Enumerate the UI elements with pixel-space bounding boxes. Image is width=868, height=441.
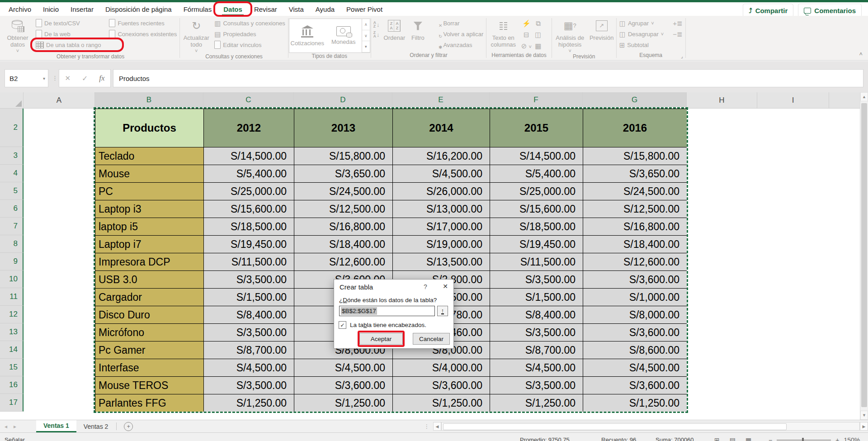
propiedades-button[interactable]: ▤ Propiedades [212, 28, 288, 39]
table-header-2014[interactable]: 2014 [393, 109, 490, 147]
product-cell[interactable]: Impresora DCP [95, 253, 204, 271]
hscroll-right-icon[interactable]: ▶ [860, 422, 868, 431]
dialog-close-icon[interactable]: ✕ [443, 283, 448, 290]
consultas-y-conexiones-button[interactable]: ▥ Consultas y conexiones [212, 18, 288, 28]
value-cell[interactable]: S/3,500.00 [490, 324, 583, 341]
column-header-D[interactable]: D [294, 92, 392, 109]
value-cell[interactable]: S/11,500.00 [490, 253, 583, 271]
row-header-9[interactable]: 9 [0, 253, 24, 270]
column-header-G[interactable]: G [583, 92, 687, 109]
zoom-in-icon[interactable]: + [835, 436, 839, 441]
actualizar-todo-button[interactable]: ↻ Actualizar todo ˅ [180, 18, 212, 53]
value-cell[interactable]: S/15,800.00 [583, 147, 687, 165]
remove-duplicates-icon[interactable]: ⊟ [524, 31, 529, 39]
value-cell[interactable]: S/18,500.00 [490, 218, 583, 236]
value-cell[interactable]: S/19,000.00 [393, 236, 490, 253]
comentarios-button[interactable]: Comentarios [798, 4, 862, 17]
table-header-2012[interactable]: 2012 [204, 109, 294, 147]
value-cell[interactable]: S/1,000.00 [583, 289, 687, 306]
cancel-icon[interactable]: ✕ [65, 74, 71, 82]
value-cell[interactable]: S/25,000.00 [204, 183, 294, 200]
row-header-11[interactable]: 11 [0, 288, 24, 306]
sheet-tab-ventas-1[interactable]: Ventas 1 [36, 420, 76, 432]
value-cell[interactable]: S/16,800.00 [583, 218, 687, 236]
column-header-F[interactable]: F [490, 92, 583, 109]
menu-tab-vista[interactable]: Vista [283, 2, 310, 16]
menu-tab-datos[interactable]: Datos [217, 2, 248, 16]
product-cell[interactable]: Pc Gamer [95, 341, 204, 359]
value-cell[interactable]: S/4,500.00 [204, 359, 294, 377]
ordenar-button[interactable]: ZAAZ Ordenar [381, 18, 407, 42]
table-header-2016[interactable]: 2016 [583, 109, 687, 147]
value-cell[interactable]: S/12,600.00 [583, 253, 687, 271]
monedas-button[interactable]: Monedas [326, 19, 362, 52]
product-cell[interactable]: PC [95, 183, 204, 200]
value-cell[interactable]: S/12,500.00 [583, 200, 687, 218]
row-header-8[interactable]: 8 [0, 235, 24, 253]
value-cell[interactable]: S/3,650.00 [294, 165, 393, 183]
product-cell[interactable]: Micrófono [95, 324, 204, 341]
value-cell[interactable]: S/14,500.00 [204, 147, 294, 165]
product-cell[interactable]: Laptop i7 [95, 236, 204, 253]
value-cell[interactable]: S/1,250.00 [490, 394, 583, 412]
value-cell[interactable]: S/18,400.00 [583, 236, 687, 253]
name-box[interactable]: B2 ▾ [5, 69, 48, 87]
compartir-button[interactable]: ⤴ Compartir [743, 4, 793, 17]
gallery-more-icon[interactable]: ▾ [362, 41, 370, 52]
column-header-H[interactable]: H [687, 92, 757, 109]
value-cell[interactable]: S/3,600.00 [583, 324, 687, 341]
row-header-10[interactable]: 10 [0, 270, 24, 288]
table-header-productos[interactable]: Productos [95, 109, 204, 147]
menu-tab-archivo[interactable]: Archivo [3, 2, 37, 16]
consolidate-icon[interactable]: ⧉ [536, 19, 541, 28]
value-cell[interactable]: S/1,500.00 [204, 289, 294, 306]
enter-icon[interactable]: ✓ [82, 74, 88, 83]
name-box-dropdown-icon[interactable]: ▾ [43, 76, 45, 81]
de-texto-csv-button[interactable]: De texto/CSV [33, 18, 103, 28]
menu-tab-f-rmulas[interactable]: Fórmulas [178, 2, 218, 16]
volver-a-aplicar-button[interactable]: ↻ Volver a aplicar [430, 28, 486, 39]
vertical-scrollbar[interactable]: ▲ ▼ [860, 92, 868, 420]
value-cell[interactable]: S/18,400.00 [294, 236, 393, 253]
row-header-4[interactable]: 4 [0, 165, 24, 182]
value-cell[interactable]: S/3,600.00 [583, 271, 687, 289]
collapse-ribbon-icon[interactable]: ˄ [859, 51, 863, 57]
relationships-icon[interactable]: ◫ [535, 31, 541, 39]
value-cell[interactable]: S/8,700.00 [204, 341, 294, 359]
value-cell[interactable]: S/16,800.00 [294, 218, 393, 236]
table-header-2013[interactable]: 2013 [294, 109, 393, 147]
value-cell[interactable]: S/8,000.00 [583, 306, 687, 324]
esquema-dialog-launcher-icon[interactable]: ⌟ [681, 54, 683, 59]
product-cell[interactable]: Laptop i3 [95, 200, 204, 218]
zoom-out-icon[interactable]: − [769, 436, 772, 441]
view-page-layout-icon[interactable]: ▤ [730, 436, 736, 441]
value-cell[interactable]: S/19,450.00 [490, 236, 583, 253]
value-cell[interactable]: S/15,600.00 [204, 200, 294, 218]
value-cell[interactable]: S/15,600.00 [490, 200, 583, 218]
value-cell[interactable]: S/5,400.00 [204, 165, 294, 183]
prevision-button[interactable]: ↗ Previsión [588, 18, 616, 42]
select-all-corner[interactable] [0, 92, 24, 109]
value-cell[interactable]: S/3,500.00 [490, 377, 583, 394]
value-cell[interactable]: S/13,500.00 [393, 253, 490, 271]
desagrupar-button[interactable]: ◫ Desagrupar˅ [617, 28, 666, 39]
de-la-web-button[interactable]: De la web [33, 28, 103, 39]
row-header-3[interactable]: 3 [0, 147, 24, 165]
cotizaciones-button[interactable]: Cotizaciones [289, 19, 326, 52]
value-cell[interactable]: S/25,000.00 [490, 183, 583, 200]
editar-vinculos-button[interactable]: Editar vínculos [212, 39, 288, 50]
view-normal-icon[interactable]: ⊞ [714, 436, 720, 441]
value-cell[interactable]: S/4,500.00 [393, 165, 490, 183]
dialog-help-icon[interactable]: ? [424, 283, 427, 290]
horizontal-scrollbar[interactable]: ⋮ ◀ ▶ [424, 420, 868, 432]
value-cell[interactable]: S/3,600.00 [294, 377, 393, 394]
hscroll-left-icon[interactable]: ◀ [433, 422, 441, 431]
mostrar-detalle-button[interactable]: +≣ [670, 18, 684, 28]
row-header-17[interactable]: 17 [0, 394, 24, 412]
zoom-slider[interactable] [777, 440, 831, 441]
value-cell[interactable]: S/3,600.00 [583, 377, 687, 394]
value-cell[interactable]: S/17,000.00 [393, 218, 490, 236]
flash-fill-icon[interactable]: ⚡ [522, 19, 531, 28]
value-cell[interactable]: S/18,500.00 [204, 218, 294, 236]
product-cell[interactable]: Disco Duro [95, 306, 204, 324]
